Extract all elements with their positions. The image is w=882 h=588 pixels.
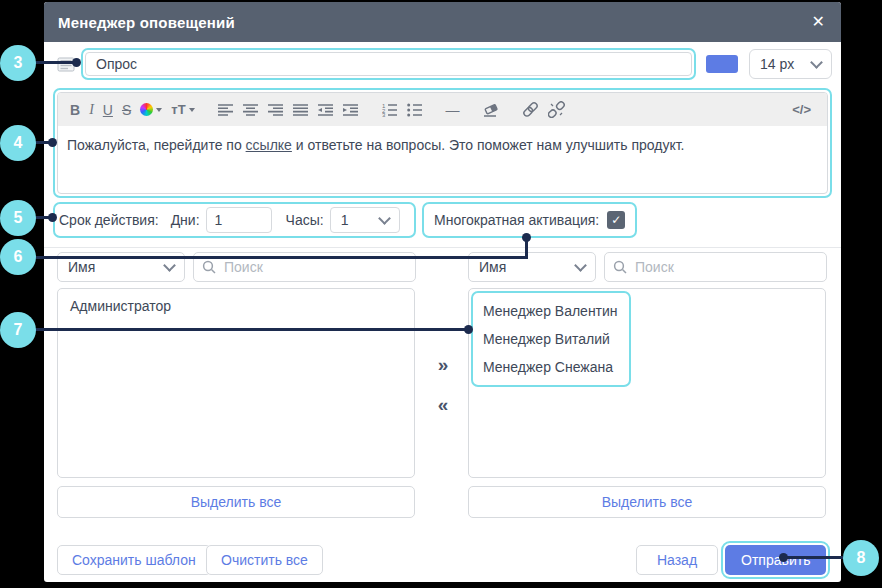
editor-toolbar: B I U S тТ bbox=[58, 93, 827, 126]
callout-line-6-elbow bbox=[525, 241, 528, 258]
close-icon[interactable]: ✕ bbox=[812, 14, 825, 30]
hours-value: 1 bbox=[341, 212, 349, 228]
back-button[interactable]: Назад bbox=[636, 545, 718, 575]
title-row: 14 px bbox=[57, 48, 832, 80]
left-select-all-button[interactable]: Выделить все bbox=[57, 486, 415, 518]
bullet-list-button[interactable] bbox=[407, 103, 423, 117]
caret-down-icon bbox=[189, 108, 195, 112]
alert-manager-dialog: Менеджер оповещений ✕ 14 px bbox=[44, 2, 841, 582]
callout-line-8 bbox=[787, 556, 843, 559]
font-size-select[interactable]: 14 px bbox=[749, 49, 832, 79]
left-search-input[interactable] bbox=[222, 258, 407, 276]
selected-users-list[interactable]: Менеджер Валентин Менеджер Виталий Менед… bbox=[468, 288, 826, 478]
insert-link-button[interactable] bbox=[522, 101, 539, 118]
dialog-title: Менеджер оповещений bbox=[58, 14, 812, 31]
right-select-all-button[interactable]: Выделить все bbox=[468, 486, 826, 518]
callout-badge-4: 4 bbox=[0, 125, 36, 161]
move-right-button[interactable]: » bbox=[431, 354, 455, 376]
callout-badge-3: 3 bbox=[0, 45, 36, 81]
align-center-button[interactable] bbox=[243, 104, 259, 116]
callout-line-6 bbox=[34, 256, 528, 259]
move-left-button[interactable]: « bbox=[431, 394, 455, 416]
callout-badge-7: 7 bbox=[0, 312, 36, 348]
horizontal-rule-button[interactable]: — bbox=[446, 103, 460, 117]
activation-checkbox[interactable]: ✓ bbox=[607, 211, 625, 229]
text-color-swatch[interactable] bbox=[706, 55, 738, 73]
code-view-button[interactable]: </> bbox=[792, 103, 811, 116]
title-input-highlight bbox=[81, 48, 696, 80]
screenshot-canvas: Менеджер оповещений ✕ 14 px bbox=[0, 0, 882, 588]
chevron-down-icon bbox=[810, 56, 823, 69]
font-size-value: 14 px bbox=[760, 56, 794, 72]
activation-label: Многократная активация: bbox=[434, 212, 599, 228]
save-template-button[interactable]: Сохранить шаблон bbox=[57, 545, 211, 575]
list-item[interactable]: Администратор bbox=[58, 289, 414, 323]
chevron-down-icon bbox=[378, 212, 391, 225]
callout-dot-6 bbox=[522, 233, 531, 242]
caret-down-icon bbox=[156, 108, 162, 112]
italic-button[interactable]: I bbox=[89, 103, 94, 117]
validity-section: Срок действия: Дни: Часы: 1 bbox=[53, 202, 416, 238]
list-item[interactable]: Менеджер Виталий bbox=[473, 325, 629, 353]
validity-label: Срок действия: bbox=[59, 212, 159, 228]
outdent-button[interactable] bbox=[318, 104, 334, 116]
callout-dot-5 bbox=[48, 213, 57, 222]
rich-text-editor: B I U S тТ bbox=[57, 92, 828, 194]
callout-dot-4 bbox=[48, 138, 57, 147]
dialog-header: Менеджер оповещений ✕ bbox=[44, 2, 841, 42]
svg-text:3: 3 bbox=[382, 112, 386, 117]
callout-badge-5: 5 bbox=[0, 200, 36, 236]
submit-button[interactable]: Отправить bbox=[725, 545, 826, 575]
right-filter-value: Имя bbox=[479, 259, 506, 275]
color-wheel-icon bbox=[140, 103, 153, 116]
section-divider bbox=[44, 247, 841, 248]
search-icon bbox=[613, 260, 627, 274]
editor-link[interactable]: ссылке bbox=[246, 137, 292, 153]
chevron-down-icon bbox=[574, 259, 587, 272]
right-search bbox=[604, 252, 827, 282]
callout-line-7 bbox=[34, 328, 468, 331]
clear-all-button[interactable]: Очистить все bbox=[206, 545, 323, 575]
search-icon bbox=[202, 260, 216, 274]
list-item[interactable]: Менеджер Валентин bbox=[473, 297, 629, 325]
strikethrough-button[interactable]: S bbox=[122, 103, 131, 117]
indent-button[interactable] bbox=[343, 104, 359, 116]
chevron-down-icon bbox=[163, 259, 176, 272]
hours-select[interactable]: 1 bbox=[330, 207, 400, 233]
editor-text-after: и ответьте на вопросы. Это поможет нам у… bbox=[292, 137, 685, 153]
callout-dot-8 bbox=[779, 553, 788, 562]
left-filter-value: Имя bbox=[68, 259, 95, 275]
callout-dot-3 bbox=[72, 58, 81, 67]
align-justify-button[interactable] bbox=[293, 104, 309, 116]
activation-section: Многократная активация: ✓ bbox=[422, 202, 637, 238]
available-users-panel: Имя Администратор Выделить все bbox=[57, 252, 415, 518]
days-label: Дни: bbox=[171, 212, 200, 228]
align-left-button[interactable] bbox=[218, 104, 234, 116]
font-size-button[interactable]: тТ bbox=[171, 103, 194, 116]
align-right-button[interactable] bbox=[268, 104, 284, 116]
ordered-list-button[interactable]: 1 2 3 bbox=[382, 103, 398, 117]
callout-badge-8: 8 bbox=[843, 540, 879, 576]
right-search-input[interactable] bbox=[633, 258, 818, 276]
callout-line-3 bbox=[34, 61, 76, 64]
clear-format-button[interactable] bbox=[483, 102, 499, 117]
callout-dot-7 bbox=[464, 325, 473, 334]
text-color-button[interactable] bbox=[140, 103, 162, 116]
editor-content[interactable]: Пожалуйста, перейдите по ссылке и ответь… bbox=[58, 126, 827, 193]
bold-button[interactable]: B bbox=[70, 103, 80, 117]
callout-badge-6: 6 bbox=[0, 239, 36, 275]
list-item[interactable]: Менеджер Снежана bbox=[473, 353, 629, 381]
notification-title-input[interactable] bbox=[85, 52, 692, 76]
days-input[interactable] bbox=[206, 207, 272, 233]
underline-button[interactable]: U bbox=[103, 103, 113, 117]
editor-highlight: B I U S тТ bbox=[53, 88, 832, 198]
remove-link-button[interactable] bbox=[548, 101, 565, 118]
editor-text-before: Пожалуйста, перейдите по bbox=[67, 137, 246, 153]
hours-label: Часы: bbox=[286, 212, 324, 228]
selected-items-highlight: Менеджер Валентин Менеджер Виталий Менед… bbox=[471, 291, 631, 387]
available-users-list[interactable]: Администратор bbox=[57, 288, 415, 478]
selected-users-panel: Имя Менеджер Валентин Менеджер Виталий bbox=[468, 252, 826, 518]
